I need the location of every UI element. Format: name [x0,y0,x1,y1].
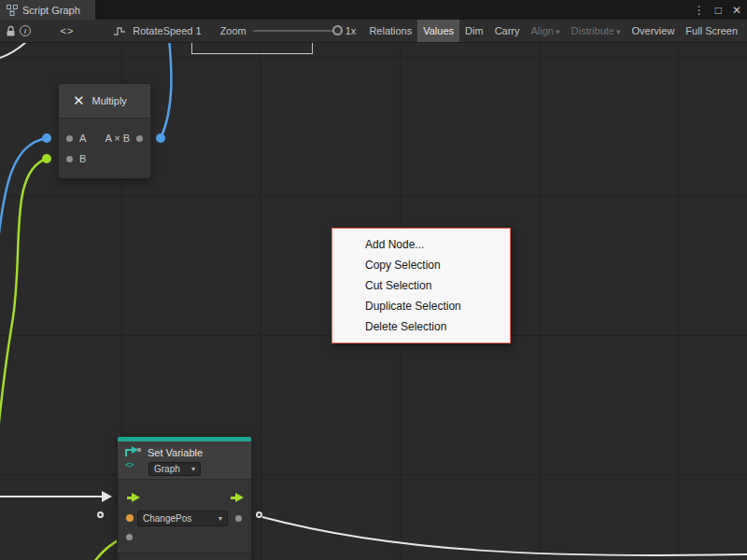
variable-code-icon: <> [125,460,144,469]
port-label-output: A × B [105,133,130,144]
wire-end-blue-left[interactable] [42,133,51,143]
flow-output-port[interactable] [231,493,244,502]
window-controls: ⋮ □ ✕ [694,0,741,20]
graph-toolbar: i <> RotateSpeed 1 Zoom 1x Relations Val… [0,20,747,43]
flow-input-port[interactable] [127,493,140,502]
code-view-button[interactable]: <> [48,22,88,40]
input-port-b[interactable] [66,156,73,162]
menu-item-duplicate-selection[interactable]: Duplicate Selection [332,296,510,316]
zoom-slider-handle[interactable] [332,25,343,35]
set-variable-title: Set Variable [148,447,203,458]
align-label: Align [531,25,554,36]
info-icon: i [20,25,31,36]
align-dropdown[interactable]: Align▾ [526,20,566,43]
wire-end-ring-left[interactable] [97,511,104,518]
variable-dropdown[interactable]: ChangePos ▾ [137,511,228,526]
wire-blue-multiply-output [161,43,171,138]
window-menu-button[interactable]: ⋮ [694,4,705,17]
zoom-value: 1x [345,25,357,36]
variable-name-port[interactable] [126,514,134,522]
node-footer-section [118,553,251,560]
port-row-a: A A × B [59,128,150,148]
wire-white-top-left [0,43,29,59]
value-output-port[interactable] [235,515,242,522]
overview-button[interactable]: Overview [627,20,681,43]
scope-dropdown[interactable]: Graph ▾ [148,462,201,476]
multiply-node-body: A A × B B [59,119,150,178]
chevron-down-icon: ▾ [556,27,560,36]
port-row-b: B [59,148,150,169]
zoom-control: Zoom 1x [220,25,357,36]
titlebar: Script Graph ⋮ □ ✕ [0,0,747,20]
tab-script-graph[interactable]: Script Graph [0,0,95,20]
lock-toggle[interactable] [4,22,18,39]
wire-green-multiply-input-b [0,159,47,440]
input-port-a[interactable] [66,135,73,142]
window-maximize-button[interactable]: □ [715,4,722,17]
chevron-down-icon: ▾ [218,514,222,523]
wire-blue-multiply-input-a [0,138,47,241]
graph-breadcrumb-label: RotateSpeed 1 [133,25,201,36]
graph-breadcrumb[interactable]: RotateSpeed 1 [111,22,201,39]
port-label-a: A [79,133,86,144]
values-button[interactable]: Values [417,20,459,43]
window-close-button[interactable]: ✕ [732,4,741,17]
flow-graph-icon [111,22,128,39]
wire-white-bottom-right [262,517,747,555]
chevron-down-icon: ▾ [191,465,195,473]
info-button[interactable]: i [18,22,32,39]
set-variable-icon: <> [125,446,144,474]
distribute-dropdown[interactable]: Distribute▾ [566,20,627,43]
port-label-b: B [79,153,86,164]
dim-button[interactable]: Dim [459,20,489,43]
distribute-label: Distribute [571,25,614,36]
set-variable-node[interactable]: <> Set Variable Graph ▾ ChangePos ▾ [117,436,252,560]
chevron-down-icon: ▾ [616,27,621,36]
script-graph-icon [7,5,18,16]
output-port[interactable] [136,135,143,142]
carry-button[interactable]: Carry [489,20,526,43]
clipped-node-outline [191,43,313,54]
multiply-node[interactable]: ✕ Multiply A A × B B [58,83,151,179]
flow-arrowhead [102,491,112,502]
unity-graph-window: Script Graph ⋮ □ ✕ i <> RotateSpeed 1 [0,0,747,560]
menu-item-add-node[interactable]: Add Node... [332,234,510,255]
variable-dropdown-value: ChangePos [143,513,191,524]
tab-title: Script Graph [22,5,80,16]
wire-end-blue-right[interactable] [156,133,165,143]
multiply-node-header[interactable]: ✕ Multiply [59,84,150,119]
context-menu: Add Node... Copy Selection Cut Selection… [331,228,511,343]
set-variable-header[interactable]: <> Set Variable Graph ▾ [118,441,251,480]
value-input-port[interactable] [126,534,133,540]
multiply-icon: ✕ [73,92,85,109]
wire-end-green-left[interactable] [42,154,51,163]
fullscreen-button[interactable]: Full Screen [680,20,743,43]
scope-dropdown-value: Graph [154,464,180,474]
graph-canvas[interactable]: ✕ Multiply A A × B B [0,43,747,560]
menu-item-delete-selection[interactable]: Delete Selection [332,316,510,337]
toolbar-buttons: Relations Values Dim Carry Align▾ Distri… [363,20,743,43]
zoom-label: Zoom [220,25,247,36]
wire-end-ring-right[interactable] [256,511,262,518]
relations-button[interactable]: Relations [363,20,417,43]
menu-item-cut-selection[interactable]: Cut Selection [332,275,510,296]
menu-item-copy-selection[interactable]: Copy Selection [332,255,510,275]
multiply-node-title: Multiply [92,95,127,106]
zoom-slider-track[interactable] [253,30,339,32]
